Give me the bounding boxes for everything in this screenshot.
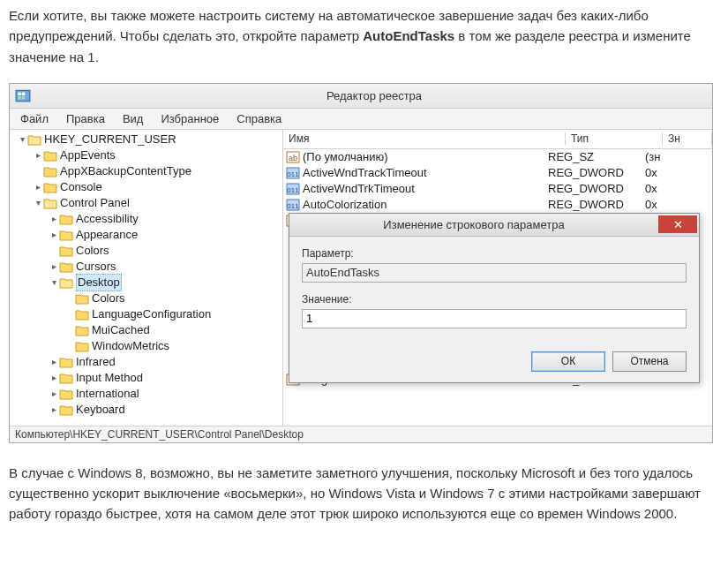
dialog-title: Изменение строкового параметра xyxy=(289,218,658,231)
col-header-name[interactable]: Имя xyxy=(283,132,566,145)
menu-справка[interactable]: Справка xyxy=(229,110,289,127)
tree-label: Keyboard xyxy=(76,402,125,418)
expander-icon[interactable]: ▸ xyxy=(49,259,59,275)
expander-icon[interactable]: ▾ xyxy=(33,195,43,211)
folder-icon xyxy=(75,292,89,305)
value-data: 0x xyxy=(645,166,712,179)
menu-файл[interactable]: Файл xyxy=(13,110,56,127)
dialog-body: Параметр: Значение: xyxy=(289,237,699,344)
expander-icon[interactable]: ▸ xyxy=(49,227,59,243)
tree-label: Colors xyxy=(92,290,125,306)
value-row[interactable]: 011ActiveWndTrackTimeoutREG_DWORD0x xyxy=(283,165,712,181)
folder-icon xyxy=(43,149,57,162)
tree-label: International xyxy=(76,386,139,402)
expander-icon[interactable]: ▾ xyxy=(17,132,27,147)
menu-правка[interactable]: Правка xyxy=(59,110,112,127)
tree-label: MuiCached xyxy=(92,322,150,338)
expander-icon[interactable]: ▸ xyxy=(33,147,43,163)
folder-icon xyxy=(59,276,73,289)
tree-node[interactable]: Colors xyxy=(10,243,282,259)
tree-node[interactable]: ▸AppEvents xyxy=(10,147,282,163)
tree-label: Cursors xyxy=(76,259,116,275)
regedit-app-icon xyxy=(15,87,31,103)
close-icon: ✕ xyxy=(673,218,683,231)
tree-label: Input Method xyxy=(76,370,143,386)
tree-label: Console xyxy=(60,179,102,195)
tree-node[interactable]: ▾Control Panel xyxy=(10,195,282,211)
value-field[interactable] xyxy=(302,309,687,328)
folder-icon xyxy=(59,229,73,241)
tree-label: AppXBackupContentType xyxy=(60,163,191,179)
tree-node[interactable]: ▸Infrared xyxy=(10,354,282,370)
col-header-data[interactable]: Зн xyxy=(663,132,712,145)
value-row[interactable]: ab(По умолчанию)REG_SZ(зн xyxy=(283,149,712,165)
svg-rect-0 xyxy=(16,91,30,102)
value-row[interactable]: 011ActiveWndTrkTimeoutREG_DWORD0x xyxy=(283,181,712,197)
ok-button[interactable]: ОК xyxy=(531,351,605,372)
folder-icon xyxy=(75,324,89,336)
status-bar: Компьютер\HKEY_CURRENT_USER\Control Pane… xyxy=(10,426,712,442)
svg-rect-1 xyxy=(18,93,20,95)
tree-node[interactable]: AppXBackupContentType xyxy=(10,163,282,179)
value-type: REG_DWORD xyxy=(548,166,645,179)
value-data: 0x xyxy=(645,198,712,211)
svg-text:011: 011 xyxy=(287,186,299,194)
value-name: (По умолчанию) xyxy=(303,150,388,163)
tree-label: Colors xyxy=(76,243,109,259)
tree-pane[interactable]: ▾HKEY_CURRENT_USER▸AppEventsAppXBackupCo… xyxy=(10,130,283,426)
value-name: AutoColorization xyxy=(303,198,387,211)
tree-label: Desktop xyxy=(76,274,122,291)
col-header-type[interactable]: Тип xyxy=(566,132,663,145)
string-icon: ab xyxy=(286,150,300,164)
expander-icon[interactable]: ▸ xyxy=(49,354,59,370)
dialog-title-bar[interactable]: Изменение строкового параметра ✕ xyxy=(289,214,699,237)
folder-icon xyxy=(27,133,41,146)
value-data: (зн xyxy=(645,150,712,163)
folder-icon xyxy=(59,213,73,225)
expander-icon[interactable]: ▸ xyxy=(49,386,59,402)
svg-text:011: 011 xyxy=(287,170,299,178)
folder-icon xyxy=(59,356,73,368)
cancel-button[interactable]: Отмена xyxy=(612,351,687,372)
tree-label: Accessibility xyxy=(76,211,139,227)
tree-node[interactable]: LanguageConfiguration xyxy=(10,306,282,322)
expander-icon[interactable]: ▸ xyxy=(49,211,59,227)
folder-icon xyxy=(59,245,73,257)
svg-rect-4 xyxy=(22,96,25,99)
expander-icon[interactable]: ▸ xyxy=(49,402,59,418)
expander-icon[interactable]: ▸ xyxy=(49,370,59,386)
tree-node[interactable]: Colors xyxy=(10,290,282,306)
value-type: REG_DWORD xyxy=(548,182,645,195)
tree-node[interactable]: ▸Keyboard xyxy=(10,402,282,418)
tree-node[interactable]: ▾HKEY_CURRENT_USER xyxy=(10,132,282,147)
value-type: REG_SZ xyxy=(548,150,645,163)
menu-избранное[interactable]: Избранное xyxy=(154,110,226,127)
expander-icon[interactable]: ▸ xyxy=(33,179,43,195)
tree-node[interactable]: ▸Appearance xyxy=(10,227,282,243)
folder-icon xyxy=(75,340,89,352)
title-bar: Редактор реестра xyxy=(10,84,712,109)
tree-node[interactable]: ▾Desktop xyxy=(10,275,282,290)
regedit-window: Редактор реестра ФайлПравкаВидИзбранноеС… xyxy=(9,83,713,443)
dword-icon: 011 xyxy=(286,166,300,180)
value-label: Значение: xyxy=(302,293,687,306)
dialog-buttons: ОК Отмена xyxy=(289,344,699,382)
tree-node[interactable]: ▸Input Method xyxy=(10,370,282,386)
tree-node[interactable]: ▸Cursors xyxy=(10,259,282,275)
svg-text:011: 011 xyxy=(287,202,299,210)
svg-text:ab: ab xyxy=(289,154,297,162)
menu-вид[interactable]: Вид xyxy=(116,110,151,127)
tree-node[interactable]: ▸Console xyxy=(10,179,282,195)
expander-icon[interactable]: ▾ xyxy=(49,275,59,290)
list-pane[interactable]: Имя Тип Зн ab(По умолчанию)REG_SZ(зн011A… xyxy=(283,130,712,426)
value-row[interactable]: 011AutoColorizationREG_DWORD0x xyxy=(283,197,712,213)
tree-node[interactable]: ▸International xyxy=(10,386,282,402)
svg-rect-3 xyxy=(18,96,20,99)
folder-icon xyxy=(43,197,57,209)
tree-node[interactable]: ▸Accessibility xyxy=(10,211,282,227)
folder-icon xyxy=(43,181,57,193)
tree-node[interactable]: WindowMetrics xyxy=(10,338,282,354)
tree-node[interactable]: MuiCached xyxy=(10,322,282,338)
dialog-close-button[interactable]: ✕ xyxy=(658,215,697,233)
article-top-bold: AutoEndTasks xyxy=(363,28,454,43)
